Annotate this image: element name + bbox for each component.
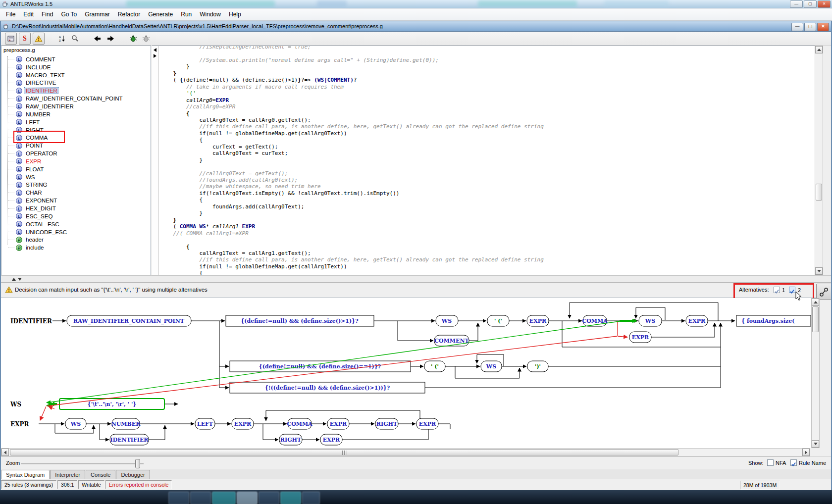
tree-item-char[interactable]: LCHAR — [8, 189, 43, 197]
menu-goto[interactable]: Go To — [57, 9, 81, 19]
rule-name-checkbox[interactable] — [790, 459, 797, 466]
menu-file[interactable]: File — [2, 9, 19, 19]
tree-item-hex_digit[interactable]: LHEX_DIGIT — [8, 204, 57, 212]
tree-item-comment[interactable]: LCOMMENT — [8, 55, 56, 63]
diagram-hscroll-thumb[interactable] — [10, 449, 678, 455]
tree-item-string[interactable]: LSTRING — [8, 181, 48, 189]
tree-connector — [8, 91, 14, 91]
taskbar-window-button[interactable] — [302, 492, 320, 504]
tree-connector — [8, 59, 14, 59]
diagram-hscrollbar[interactable] — [1, 448, 810, 456]
menu-edit[interactable]: Edit — [19, 9, 38, 19]
memory-indicator[interactable]: 28M of 1903M — [740, 481, 780, 490]
menu-help[interactable]: Help — [225, 9, 245, 19]
diagram-scroll-right-button[interactable] — [802, 449, 810, 456]
warnings-toggle-button[interactable]: ! — [33, 33, 45, 45]
grammar-editor[interactable]: //isReplacingDefineContent = true; //Sys… — [152, 46, 815, 275]
tree-item-number[interactable]: LNUMBER — [8, 110, 52, 118]
tab-console[interactable]: Console — [86, 470, 115, 479]
doc-restore-button[interactable]: ▢ — [804, 23, 816, 31]
tree-item-raw_identifier_contain_point[interactable]: LRAW_IDENTIFIER_CONTAIN_POINT — [8, 95, 124, 102]
menu-find[interactable]: Find — [38, 9, 57, 19]
taskbar-window-button[interactable] — [212, 492, 236, 504]
node-label: LEFT — [197, 421, 213, 427]
os-maximize-button[interactable]: ▢ — [804, 0, 817, 8]
tree-item-ws[interactable]: LWS — [8, 173, 36, 181]
syntax-coloring-toggle-button[interactable]: S — [19, 33, 31, 45]
tree-item-exponent[interactable]: LEXPONENT — [8, 197, 58, 204]
rule-label-expr: EXPR — [10, 421, 29, 428]
doc-minimize-button[interactable]: — — [791, 23, 803, 31]
tab-syntax-diagram[interactable]: Syntax Diagram — [1, 470, 50, 479]
editor-scroll-up-button[interactable] — [815, 46, 823, 53]
menu-window[interactable]: Window — [196, 9, 225, 19]
sort-rules-button[interactable]: az — [56, 33, 67, 44]
splitter-collapse-up-icon[interactable] — [12, 278, 16, 281]
diagram-scroll-down-button[interactable] — [812, 440, 819, 448]
taskbar-window-button[interactable] — [259, 492, 279, 504]
tree-item-raw_identifier[interactable]: LRAW_IDENTIFIER — [8, 102, 75, 110]
editor-vscroll-thumb[interactable] — [816, 184, 822, 201]
menu-refactor[interactable]: Refactor — [114, 9, 144, 19]
remote-debug-button[interactable] — [141, 33, 152, 44]
os-close-button[interactable]: ✕ — [818, 0, 831, 8]
alternative-2-checkbox[interactable] — [789, 287, 795, 293]
taskbar-window-button[interactable] — [237, 492, 258, 504]
zoom-slider-track[interactable] — [21, 463, 144, 464]
nfa-checkbox[interactable] — [767, 459, 774, 466]
editor-lines[interactable]: //isReplacingDefineContent = true; //Sys… — [160, 46, 804, 275]
tree-item-header[interactable]: Pheader — [8, 236, 45, 244]
thumb-grip-icon — [342, 451, 347, 455]
os-minimize-button[interactable]: — — [790, 0, 803, 8]
taskbar-window-button[interactable] — [168, 492, 189, 504]
back-arrow-icon — [94, 36, 102, 42]
tree-item-octal_esc[interactable]: LOCTAL_ESC — [8, 220, 60, 228]
node-label: RIGHT — [376, 421, 398, 427]
horizontal-splitter[interactable] — [0, 275, 832, 283]
grammar-file-name[interactable]: preprocess.g — [3, 47, 35, 53]
back-button[interactable] — [92, 33, 103, 44]
tree-connector — [8, 208, 14, 209]
menu-generate[interactable]: Generate — [144, 9, 177, 19]
editor-vscrollbar[interactable] — [815, 46, 823, 275]
tree-item-include[interactable]: Pinclude — [8, 244, 45, 252]
zoom-slider-thumb[interactable] — [135, 459, 140, 468]
tab-debugger[interactable]: Debugger — [116, 470, 150, 479]
menu-grammar[interactable]: Grammar — [81, 9, 114, 19]
doc-close-button[interactable]: ✕ — [817, 23, 829, 31]
editor-gutter — [152, 46, 159, 275]
debug-button[interactable] — [128, 33, 139, 44]
tree-item-esc_seq[interactable]: LESC_SEQ — [8, 212, 53, 220]
tab-interpreter[interactable]: Interpreter — [50, 470, 85, 479]
code-line: //if this define call para, is another d… — [160, 256, 544, 263]
status-writable: Writable — [78, 480, 104, 489]
splitter-collapse-down-icon[interactable] — [18, 278, 22, 281]
node-label: EXPR — [688, 318, 706, 324]
menu-run[interactable]: Run — [177, 9, 196, 19]
node-label: {'\t'..'\n', '\r', ' '} — [88, 401, 137, 407]
tree-item-include[interactable]: LINCLUDE — [8, 63, 52, 71]
tree-item-left[interactable]: LLEFT — [8, 118, 41, 126]
diagram-scroll-up-button[interactable] — [812, 299, 819, 306]
tree-item-macro_text[interactable]: LMACRO_TEXT — [8, 71, 66, 79]
diagram-vscroll-thumb[interactable] — [812, 306, 819, 332]
tree-item-directive[interactable]: LDIRECTIVE — [8, 79, 57, 87]
syntax-diagram-toggle-button[interactable] — [5, 33, 17, 45]
find-button[interactable] — [69, 33, 80, 44]
editor-scroll-down-button[interactable] — [815, 267, 823, 275]
tree-item-unicode_esc[interactable]: LUNICODE_ESC — [8, 228, 68, 236]
diagram-vscrollbar[interactable] — [811, 298, 820, 448]
tree-connector — [8, 83, 14, 83]
alternative-1-checkbox[interactable] — [774, 287, 780, 293]
forward-button[interactable] — [105, 33, 116, 44]
tree-item-expr[interactable]: LEXPR — [8, 157, 42, 165]
tree-item-label: RAW_IDENTIFIER — [25, 103, 75, 109]
tree-item-operator[interactable]: LOPERATOR — [8, 150, 58, 157]
tree-item-identifier[interactable]: LIDENTIFIER — [8, 87, 58, 95]
taskbar-window-button[interactable] — [280, 492, 301, 504]
taskbar-window-button[interactable] — [190, 492, 211, 504]
tree-item-float[interactable]: LFLOAT — [8, 165, 45, 173]
parser-rule-icon: P — [16, 245, 22, 251]
warning-message: Decision can match input such as "{'\t'.… — [15, 287, 208, 293]
diagram-scroll-left-button[interactable] — [1, 449, 9, 456]
